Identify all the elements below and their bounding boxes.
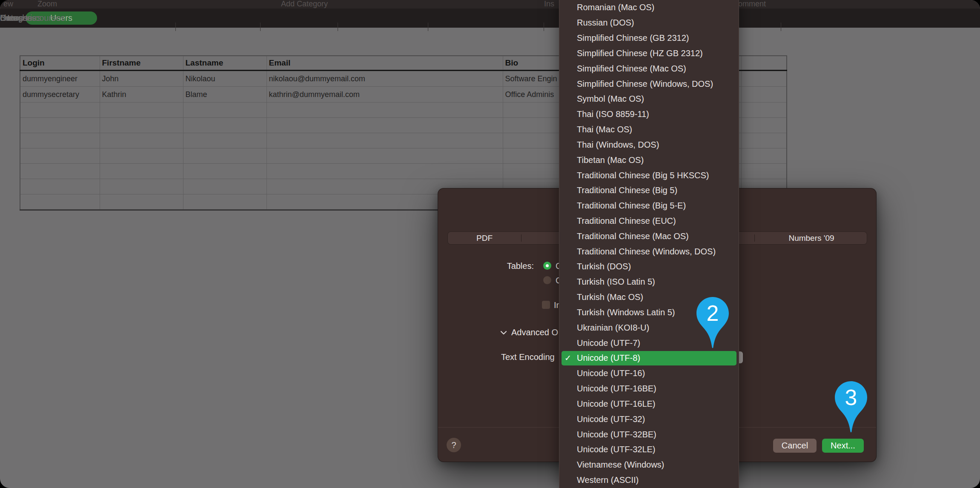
menu-item[interactable]: ✓Unicode (UTF-32BE) <box>559 427 739 442</box>
table-cell[interactable] <box>741 71 787 87</box>
menu-item[interactable]: ✓Thai (Mac OS) <box>559 122 739 137</box>
table-cell[interactable]: Blame <box>183 87 266 103</box>
table-cell[interactable] <box>100 103 183 118</box>
menu-item[interactable]: ✓Western (ASCII) <box>559 473 739 488</box>
table-cell[interactable] <box>100 133 183 148</box>
menu-item[interactable]: ✓Traditional Chinese (Big 5 HKSCS) <box>559 168 739 183</box>
column-header[interactable]: Firstname <box>100 56 183 71</box>
menu-item-label: Traditional Chinese (Big 5) <box>577 185 677 195</box>
tab-divider <box>175 23 176 31</box>
chevron-down-icon[interactable] <box>500 329 507 337</box>
table-cell[interactable] <box>100 179 183 194</box>
menu-item[interactable]: ✓Unicode (UTF-16) <box>559 366 739 381</box>
table-cell[interactable] <box>266 148 503 164</box>
table-cell[interactable] <box>183 133 266 148</box>
callout-number-3: 3 <box>845 385 857 410</box>
menu-item[interactable]: ✓Simplified Chinese (GB 2312) <box>559 31 739 46</box>
tables-radio-selected[interactable] <box>543 262 551 270</box>
menu-item[interactable]: ✓Thai (ISO 8859-11) <box>559 107 739 122</box>
table-cell[interactable]: John <box>100 71 183 87</box>
toolbar-item-zoom[interactable]: Zoom <box>37 0 57 9</box>
table-cell[interactable] <box>183 194 266 210</box>
table-cell[interactable] <box>100 194 183 210</box>
advanced-options-disclosure[interactable]: Advanced O <box>511 328 558 337</box>
table-cell[interactable] <box>266 103 503 118</box>
table-cell[interactable] <box>20 103 100 118</box>
include-checkbox[interactable] <box>542 301 550 309</box>
table-cell[interactable]: Kathrin <box>100 87 183 103</box>
table-cell[interactable] <box>741 133 787 148</box>
table-cell[interactable] <box>20 179 100 194</box>
toolbar-item-add-category[interactable]: Add Category <box>281 0 328 9</box>
menu-item[interactable]: ✓Simplified Chinese (HZ GB 2312) <box>559 46 739 61</box>
menu-item[interactable]: ✓Simplified Chinese (Windows, DOS) <box>559 76 739 91</box>
menu-item[interactable]: ✓Vietnamese (Windows) <box>559 457 739 473</box>
menu-item-selected[interactable]: ✓Unicode (UTF-8) <box>559 351 739 366</box>
menu-item[interactable]: ✓Traditional Chinese (Windows, DOS) <box>559 244 739 259</box>
table-cell[interactable] <box>741 148 787 164</box>
table-cell[interactable]: kathrin@dummyemail.com <box>266 87 503 103</box>
menu-item[interactable]: ✓Symbol (Mac OS) <box>559 91 739 107</box>
next-button[interactable]: Next... <box>822 439 864 453</box>
table-cell[interactable] <box>20 133 100 148</box>
segment-pdf[interactable]: PDF <box>476 232 493 244</box>
menu-item[interactable]: ✓Traditional Chinese (Big 5) <box>559 183 739 198</box>
table-cell[interactable] <box>741 118 787 133</box>
toolbar-item-insert[interactable]: Ins <box>544 0 554 9</box>
toolbar: ew Zoom Add Category Ins omment <box>0 0 980 9</box>
segment-divider <box>521 234 522 242</box>
table-cell[interactable] <box>183 148 266 164</box>
column-header[interactable]: Email <box>266 56 503 71</box>
table-cell[interactable] <box>741 87 787 103</box>
menu-item[interactable]: ✓Turkish (DOS) <box>559 259 739 274</box>
menu-item-label: Thai (ISO 8859-11) <box>577 109 649 119</box>
table-cell[interactable] <box>20 118 100 133</box>
menu-item[interactable]: ✓Russian (DOS) <box>559 15 739 31</box>
table-cell[interactable] <box>20 148 100 164</box>
menu-item[interactable]: ✓Tibetan (Mac OS) <box>559 152 739 168</box>
table-cell[interactable] <box>100 164 183 179</box>
menu-item[interactable]: ✓Unicode (UTF-16BE) <box>559 381 739 397</box>
menu-item[interactable]: ✓Turkish (ISO Latin 5) <box>559 274 739 290</box>
table-cell[interactable] <box>183 118 266 133</box>
cancel-button[interactable]: Cancel <box>773 439 817 453</box>
table-cell[interactable]: Nikolaou <box>183 71 266 87</box>
table-cell[interactable] <box>741 103 787 118</box>
table-cell[interactable] <box>266 118 503 133</box>
table-cell[interactable] <box>183 164 266 179</box>
table-cell[interactable] <box>20 194 100 210</box>
sheet-tab-ches[interactable]: ches <box>0 9 18 28</box>
table-cell[interactable] <box>100 148 183 164</box>
menu-item-label: Thai (Mac OS) <box>577 125 632 134</box>
table-cell[interactable]: nikolaou@dummyemail.com <box>266 71 503 87</box>
menu-item[interactable]: ✓Unicode (UTF-16LE) <box>559 397 739 412</box>
table-cell[interactable] <box>183 179 266 194</box>
menu-item[interactable]: ✓Simplified Chinese (Mac OS) <box>559 61 739 76</box>
menu-item[interactable]: ✓Romanian (Mac OS) <box>559 0 739 15</box>
column-header[interactable]: Login <box>20 56 100 71</box>
menu-item[interactable]: ✓Thai (Windows, DOS) <box>559 137 739 152</box>
table-cell[interactable] <box>266 164 503 179</box>
toolbar-item-comment[interactable]: omment <box>738 0 766 9</box>
menu-item[interactable]: ✓Traditional Chinese (EUC) <box>559 214 739 229</box>
table-cell[interactable] <box>741 164 787 179</box>
tab-divider <box>338 23 338 31</box>
sheet-tab-bar: + UsersCoursesBranchesGroupsCategoriesUs… <box>0 9 980 28</box>
table-cell[interactable] <box>100 118 183 133</box>
menu-item-label: Romanian (Mac OS) <box>577 3 654 12</box>
table-cell[interactable] <box>183 103 266 118</box>
menu-item[interactable]: ✓Traditional Chinese (Big 5-E) <box>559 198 739 214</box>
menu-item-label: Traditional Chinese (Mac OS) <box>577 231 689 241</box>
segment-numbers09[interactable]: Numbers '09 <box>788 232 834 244</box>
table-cell[interactable]: dummysecretary <box>20 87 100 103</box>
table-cell[interactable] <box>266 133 503 148</box>
menu-item[interactable]: ✓Traditional Chinese (Mac OS) <box>559 228 739 244</box>
toolbar-item-view[interactable]: ew <box>3 0 13 9</box>
tables-radio-unselected[interactable] <box>543 276 551 284</box>
table-cell[interactable] <box>20 164 100 179</box>
table-cell[interactable]: dummyengineer <box>20 71 100 87</box>
help-button[interactable]: ? <box>447 438 461 452</box>
menu-item[interactable]: ✓Unicode (UTF-32LE) <box>559 442 739 457</box>
column-header[interactable]: Lastname <box>183 56 266 71</box>
menu-item[interactable]: ✓Unicode (UTF-32) <box>559 411 739 427</box>
